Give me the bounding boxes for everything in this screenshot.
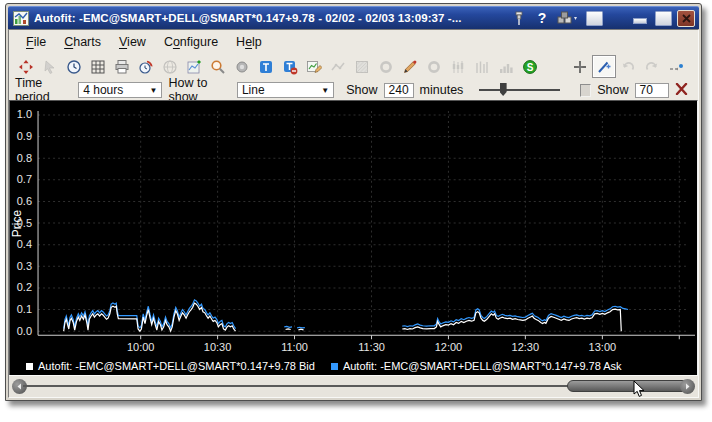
horizontal-scrollbar[interactable]: [9, 375, 698, 397]
svg-text:0.0: 0.0: [17, 325, 32, 337]
how-to-show-value: Line: [242, 83, 265, 97]
chart-controls-row: Time period 4 hours ▼ How to show Line ▼…: [9, 80, 698, 100]
chart-window: Autofit: -EMC@SMART+DELL@SMART*0.147+9.7…: [5, 3, 702, 401]
window-content: FileChartsViewConfigureHelp S Time perio…: [8, 29, 699, 398]
mouse-cursor: [633, 380, 646, 403]
help-icon[interactable]: ?: [533, 10, 551, 26]
show-bars-checkbox[interactable]: [580, 84, 592, 97]
svg-text:11:00: 11:00: [281, 341, 308, 353]
circle-tool-icon[interactable]: [422, 55, 446, 78]
svg-text:0.1: 0.1: [17, 303, 32, 315]
scrollbar-thumb[interactable]: [567, 380, 688, 392]
reload-time-icon[interactable]: [134, 55, 158, 78]
toolbar: S: [9, 53, 698, 80]
legend-item: Autofit: -EMC@SMART+DELL@SMART*0.147+9.7…: [331, 360, 622, 372]
svg-text:1.0: 1.0: [17, 108, 32, 120]
restore-icon[interactable]: [654, 10, 672, 26]
menu-item-view[interactable]: View: [110, 33, 155, 51]
remove-text-icon[interactable]: [278, 55, 302, 78]
edit-chart-icon[interactable]: [302, 55, 326, 78]
add-study-icon[interactable]: [182, 55, 206, 78]
screen: Autofit: -EMC@SMART+DELL@SMART*0.147+9.7…: [0, 0, 712, 422]
time-period-value: 4 hours: [83, 83, 123, 97]
menu-item-configure[interactable]: Configure: [155, 33, 227, 51]
chevron-down-icon: ▼: [142, 86, 158, 95]
legend-marker-icon: [26, 363, 33, 370]
time-clock-icon[interactable]: [62, 55, 86, 78]
minimize-icon[interactable]: [631, 10, 649, 26]
svg-text:10:30: 10:30: [204, 341, 232, 353]
close-icon[interactable]: [677, 10, 695, 26]
chart-plot[interactable]: 1.00.90.80.70.60.50.40.30.20.10.010:0010…: [10, 101, 697, 375]
svg-text:0.2: 0.2: [17, 281, 32, 293]
trendline-tool-icon[interactable]: [592, 55, 616, 78]
move-tool-icon[interactable]: [14, 55, 38, 78]
pencil-icon[interactable]: [398, 55, 422, 78]
svg-text:0.9: 0.9: [17, 130, 32, 142]
close-panel-icon[interactable]: [675, 83, 688, 98]
show-minutes-input[interactable]: 240: [384, 83, 414, 98]
svg-text:0.6: 0.6: [17, 195, 32, 207]
link-windows-icon[interactable]: [556, 10, 580, 26]
svg-text:0.8: 0.8: [17, 152, 32, 164]
slider-track[interactable]: [479, 89, 559, 91]
svg-text:12:00: 12:00: [435, 341, 463, 353]
print-icon[interactable]: [110, 55, 134, 78]
app-chart-icon: [12, 10, 29, 26]
crosshair-icon[interactable]: [568, 55, 592, 78]
show-label: Show: [346, 83, 377, 97]
undo-icon[interactable]: [616, 55, 640, 78]
svg-text:13:00: 13:00: [589, 341, 617, 353]
svg-text:0.7: 0.7: [17, 173, 32, 185]
detach-window-icon[interactable]: [585, 10, 603, 26]
pointer-tool-icon[interactable]: [38, 55, 62, 78]
svg-text:0.4: 0.4: [17, 238, 32, 250]
chart-legend: Autofit: -EMC@SMART+DELL@SMART*0.147+9.7…: [26, 360, 622, 372]
menu-item-charts[interactable]: Charts: [55, 33, 110, 51]
dot-icon[interactable]: [230, 55, 254, 78]
ellipse-tool-icon[interactable]: [374, 55, 398, 78]
menu-item-file[interactable]: File: [17, 33, 55, 51]
volume-bars-icon[interactable]: [470, 55, 494, 78]
slider-handle[interactable]: [500, 83, 507, 96]
window-title: Autofit: -EMC@SMART+DELL@SMART*0.147+9.7…: [34, 12, 505, 24]
svg-text:S: S: [527, 61, 534, 72]
time-period-select[interactable]: 4 hours ▼: [78, 82, 162, 98]
zoom-icon[interactable]: [206, 55, 230, 78]
svg-text:12:30: 12:30: [512, 341, 540, 353]
grid-icon[interactable]: [86, 55, 110, 78]
show2-label: Show: [597, 83, 628, 97]
redo-icon[interactable]: [640, 55, 664, 78]
fill-pattern-icon[interactable]: [350, 55, 374, 78]
candlestick-icon[interactable]: [446, 55, 470, 78]
line-style-icon[interactable]: [326, 55, 350, 78]
time-slider[interactable]: [479, 82, 559, 98]
legend-item: Autofit: -EMC@SMART+DELL@SMART*0.147+9.7…: [26, 360, 315, 372]
dollar-icon[interactable]: S: [518, 55, 542, 78]
chevron-down-icon: ▼: [313, 86, 329, 95]
minutes-label: minutes: [420, 83, 464, 97]
scroll-right-icon[interactable]: [680, 379, 695, 394]
pin-icon[interactable]: [510, 10, 528, 26]
title-bar[interactable]: Autofit: -EMC@SMART+DELL@SMART*0.147+9.7…: [8, 6, 699, 29]
svg-text:10:00: 10:00: [127, 341, 155, 353]
price-chart[interactable]: 1.00.90.80.70.60.50.40.30.20.10.010:0010…: [9, 100, 698, 375]
legend-marker-icon: [331, 363, 338, 370]
histogram-icon[interactable]: [494, 55, 518, 78]
bars-count-input[interactable]: 70: [635, 83, 669, 98]
svg-text:0.3: 0.3: [17, 260, 32, 272]
svg-text:Price: Price: [10, 210, 24, 238]
menu-item-help[interactable]: Help: [227, 33, 271, 51]
text-annotation-icon[interactable]: [254, 55, 278, 78]
globe-icon[interactable]: [158, 55, 182, 78]
how-to-show-select[interactable]: Line ▼: [237, 82, 334, 98]
menu-bar: FileChartsViewConfigureHelp: [9, 30, 698, 53]
measure-icon[interactable]: [664, 55, 688, 78]
svg-text:11:30: 11:30: [358, 341, 385, 353]
